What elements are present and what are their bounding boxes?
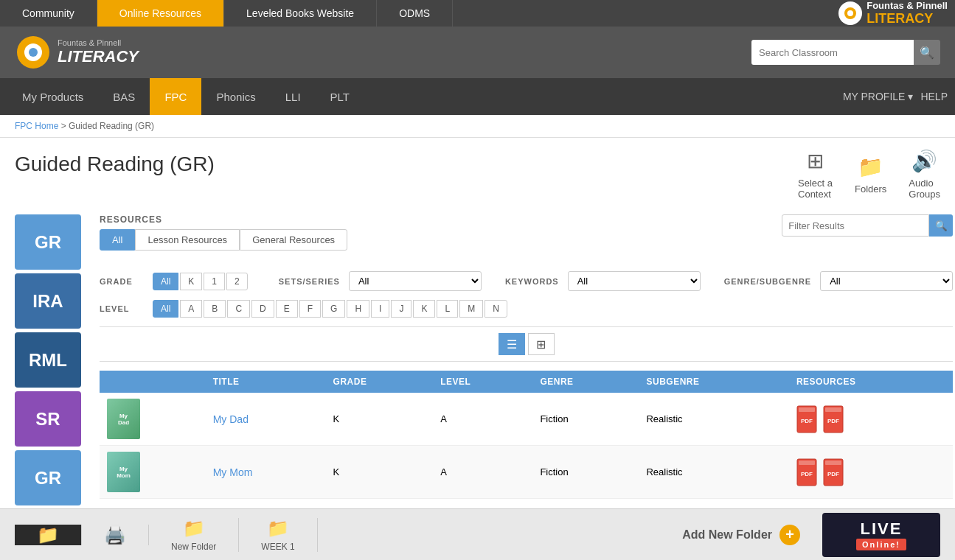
table-row: MyDad My Dad K A Fiction Realistic — [100, 393, 953, 446]
row-title-mom: My Mom — [206, 446, 326, 499]
genre-select[interactable]: All — [820, 271, 953, 291]
nav-lli[interactable]: LLI — [271, 78, 316, 115]
grade-label: GRADE — [100, 277, 144, 286]
select-context-icon: ⊞ — [807, 149, 824, 173]
level-n[interactable]: N — [485, 300, 507, 318]
sidebar-thumb-ira[interactable]: IRA — [15, 273, 81, 329]
row-genre-mom: Fiction — [532, 446, 639, 499]
bottom-bar-print[interactable]: 🖨️ — [82, 525, 149, 545]
tab-all[interactable]: All — [100, 229, 135, 251]
grade-1[interactable]: 1 — [204, 273, 225, 290]
book-link-mom[interactable]: My Mom — [213, 466, 253, 478]
top-nav-odms[interactable]: ODMS — [377, 0, 453, 27]
live-chat-widget[interactable]: LIVE Online! — [822, 513, 940, 557]
sets-select[interactable]: All — [349, 271, 482, 291]
keywords-select[interactable]: All — [568, 271, 701, 291]
filter-search-button[interactable]: 🔍 — [929, 214, 953, 237]
main-nav: My Products BAS FPC Phonics LLI PLT MY P… — [0, 78, 955, 115]
page-actions: ⊞ Select aContext 📁 Folders 🔊 AudioGroup… — [798, 145, 940, 200]
filter-results-input[interactable] — [782, 214, 929, 237]
table-header-row: TITLE GRADE LEVEL GENRE SUBGENRE RESOURC… — [100, 371, 953, 393]
row-level-dad: A — [433, 393, 532, 446]
logo-circle-icon — [838, 1, 862, 25]
add-new-folder-button[interactable]: Add New Folder + — [682, 525, 800, 545]
nav-my-products[interactable]: My Products — [7, 78, 98, 115]
row-grade-mom: K — [326, 446, 434, 499]
col-grade: GRADE — [326, 371, 434, 393]
row-subgenre-mom: Realistic — [639, 446, 788, 499]
select-context-button[interactable]: ⊞ Select aContext — [798, 149, 833, 200]
level-b[interactable]: B — [204, 300, 226, 318]
svg-rect-9 — [825, 407, 841, 412]
top-nav-community[interactable]: Community — [0, 0, 97, 27]
level-i[interactable]: I — [371, 300, 389, 318]
grid-view-button[interactable]: ⊞ — [528, 333, 555, 355]
grade-2[interactable]: 2 — [226, 273, 248, 290]
audio-groups-button[interactable]: 🔊 AudioGroups — [909, 149, 940, 200]
tab-general-resources[interactable]: General Resources — [240, 229, 347, 251]
search-button[interactable]: 🔍 — [914, 40, 940, 65]
week1-label: WEEK 1 — [261, 542, 294, 552]
level-h[interactable]: H — [347, 300, 369, 318]
top-nav-online-resources[interactable]: Online Resources — [97, 0, 224, 27]
svg-text:PDF: PDF — [827, 418, 839, 424]
grade-all[interactable]: All — [153, 273, 178, 290]
list-view-button[interactable]: ☰ — [499, 333, 525, 355]
level-k[interactable]: K — [413, 300, 435, 318]
folders-icon: 📁 — [858, 155, 883, 179]
top-nav-leveled-books[interactable]: Leveled Books Website — [224, 0, 377, 27]
breadcrumb-home[interactable]: FPC Home — [15, 121, 58, 131]
resources-label: RESOURCES — [100, 214, 347, 225]
pdf-icon-2[interactable]: PDF — [823, 405, 847, 433]
nav-plt[interactable]: PLT — [316, 78, 364, 115]
level-l[interactable]: L — [437, 300, 458, 318]
my-profile-button[interactable]: MY PROFILE ▾ — [843, 91, 914, 102]
row-resources-dad: PDF PDF — [789, 393, 953, 446]
nav-fpc[interactable]: FPC — [150, 78, 201, 115]
pdf-icon-1[interactable]: PDF — [796, 405, 820, 433]
level-filter-row: LEVEL All A B C D E F G H I J K L M N — [100, 300, 953, 318]
level-all[interactable]: All — [153, 300, 178, 318]
pdf-icon-3[interactable]: PDF — [796, 458, 820, 486]
nav-bas[interactable]: BAS — [98, 78, 150, 115]
header: Fountas & Pinnell LITERACY 🔍 — [0, 27, 955, 78]
sidebar-thumb-gr-1[interactable]: GR — [15, 214, 81, 270]
filter-section: 🔍 — [782, 214, 953, 237]
pdf-icon-4[interactable]: PDF — [823, 458, 847, 486]
help-button[interactable]: HELP — [920, 91, 948, 102]
bottom-bar-week1[interactable]: 📁 WEEK 1 — [239, 518, 317, 552]
bottom-bar-folder-icon[interactable]: 📁 — [15, 525, 82, 545]
content-area: Guided Reading (GR) ⊞ Select aContext 📁 … — [0, 138, 955, 560]
tab-lesson-resources[interactable]: Lesson Resources — [135, 229, 240, 251]
level-e[interactable]: E — [276, 300, 298, 318]
level-g[interactable]: G — [322, 300, 345, 318]
live-text: LIVE — [861, 519, 903, 539]
svg-point-4 — [29, 48, 38, 57]
sidebar-thumb-sr[interactable]: SR — [15, 391, 81, 447]
level-f[interactable]: F — [299, 300, 321, 318]
print-icon: 🖨️ — [104, 525, 126, 545]
folders-label: Folders — [855, 183, 886, 195]
sidebar-thumb-gr-2[interactable]: GR — [15, 450, 81, 505]
level-j[interactable]: J — [391, 300, 411, 318]
top-nav-logo: Fountas & PinnellLITERACY — [838, 0, 955, 27]
bottom-bar-new-folder[interactable]: 📁 New Folder — [149, 518, 239, 552]
sidebar-thumb-rml[interactable]: RML — [15, 332, 81, 388]
row-grade-dad: K — [326, 393, 434, 446]
grade-k[interactable]: K — [180, 273, 202, 290]
row-thumb-dad: MyDad — [100, 393, 206, 446]
live-online-badge: Online! — [856, 539, 906, 550]
row-level-mom: A — [433, 446, 532, 499]
select-context-label: Select aContext — [798, 178, 833, 200]
level-a[interactable]: A — [180, 300, 202, 318]
bottom-bar: 📁 🖨️ 📁 New Folder 📁 WEEK 1 Add New Folde… — [0, 508, 955, 560]
level-c[interactable]: C — [227, 300, 250, 318]
search-classroom-input[interactable] — [751, 40, 914, 65]
book-link-dad[interactable]: My Dad — [213, 413, 249, 425]
level-d[interactable]: D — [251, 300, 274, 318]
nav-phonics[interactable]: Phonics — [201, 78, 270, 115]
live-badge: LIVE Online! — [856, 519, 906, 550]
resource-tabs: All Lesson Resources General Resources — [100, 229, 347, 251]
folders-button[interactable]: 📁 Folders — [855, 155, 886, 195]
level-m[interactable]: M — [459, 300, 483, 318]
